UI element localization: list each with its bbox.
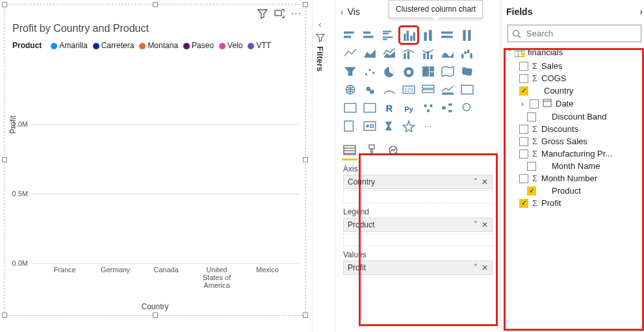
viz-type-clustered-bar[interactable] [381,27,398,43]
remove-icon[interactable]: ✕ [482,263,488,272]
viz-type-treemap[interactable] [420,64,437,79]
viz-type-bar[interactable] [361,27,378,43]
viz-type-arcgis[interactable] [361,118,378,134]
field-checkbox[interactable] [519,62,528,71]
resize-handle[interactable] [2,313,7,318]
table-node[interactable]: ˅ financials [508,47,641,57]
viz-type-azure-map[interactable] [361,82,378,97]
resize-handle[interactable] [153,2,158,7]
field-discount-band[interactable]: Discount Band [508,110,641,123]
search-input[interactable] [525,28,637,39]
viz-type-stacked-bar[interactable] [342,27,359,43]
field-checkbox[interactable] [530,99,539,109]
field-profit[interactable]: ✓ΣProfit [508,197,641,209]
viz-type-card[interactable]: 123 [400,82,417,97]
field-checkbox[interactable] [519,137,528,146]
field-checkbox[interactable] [519,74,528,83]
viz-type-multi-card[interactable] [420,82,437,97]
field-product[interactable]: ✓Product [508,185,641,197]
field-checkbox[interactable] [519,125,528,134]
viz-type-map[interactable] [439,64,456,79]
svg-rect-64 [442,107,446,109]
viz-type-slicer[interactable] [459,82,476,97]
chevron-down-icon[interactable]: ˅ [474,263,478,272]
viz-type-area[interactable] [361,45,378,61]
field-checkbox[interactable]: ✓ [519,199,528,208]
viz-type-shape-map[interactable] [342,82,359,97]
chevron-right-icon[interactable]: › [639,6,643,17]
chevron-down-icon[interactable]: ˅ [474,220,478,229]
resize-handle[interactable] [303,157,308,162]
viz-type-pie[interactable] [381,64,398,79]
viz-type-combo2[interactable] [420,45,437,61]
format-tab[interactable] [365,144,378,158]
chevron-left-icon[interactable]: ‹ [341,6,344,17]
field-gross-sales[interactable]: ΣGross Sales [508,135,641,147]
legend-dropzone[interactable] [343,233,493,246]
resize-handle[interactable] [2,2,7,7]
axis-field-chip[interactable]: Country ˅✕ [343,175,493,189]
viz-type-key-influencers[interactable] [420,100,437,116]
viz-type-100-bar[interactable] [439,27,456,43]
viz-type-powerapps[interactable] [381,118,398,134]
viz-type-kpi[interactable] [439,82,456,97]
viz-type-combo1[interactable] [400,45,417,61]
chevron-down-icon[interactable]: ˅ [474,177,478,186]
viz-type-stacked-column[interactable] [420,27,437,43]
focus-mode-icon[interactable] [274,8,285,21]
legend-field-chip[interactable]: Product ˅✕ [343,218,493,232]
field-checkbox[interactable] [519,149,528,159]
filter-icon[interactable] [257,8,268,21]
viz-type-r[interactable]: R [381,100,398,116]
filters-pane-collapsed[interactable]: ‹ Filters [315,19,325,71]
viz-type-gauge[interactable] [381,82,398,97]
viz-type-more[interactable]: ··· [420,118,437,134]
viz-type-table[interactable] [342,100,359,116]
viz-type-qa[interactable] [459,100,476,116]
values-field-chip[interactable]: Profit ˅✕ [343,261,493,275]
viz-type-clustered-column[interactable] [400,27,417,43]
chart-visual[interactable]: ··· Profit by Country and Product Produc… [4,4,306,316]
fields-search[interactable] [508,25,641,42]
report-canvas[interactable]: ··· Profit by Country and Product Produc… [0,0,312,332]
viz-type-paginated[interactable] [342,118,359,134]
field-checkbox[interactable]: ✓ [519,86,528,96]
field-month-number[interactable]: ΣMonth Number [508,172,641,185]
viz-type-py[interactable]: Py [400,100,417,116]
remove-icon[interactable]: ✕ [482,177,488,186]
remove-icon[interactable]: ✕ [482,220,488,229]
resize-handle[interactable] [303,2,308,7]
chevron-right-icon[interactable]: › [519,99,526,109]
viz-type-line[interactable] [342,45,359,61]
field-manufacturing-pr-[interactable]: ΣManufacturing Pr... [508,147,641,160]
svg-rect-70 [344,121,353,131]
field-checkbox[interactable]: ✓ [527,186,536,196]
resize-handle[interactable] [303,313,308,318]
more-options-icon[interactable]: ··· [291,8,302,21]
viz-type-matrix[interactable] [361,100,378,116]
viz-type-100-col[interactable] [459,27,476,43]
viz-type-donut[interactable] [400,64,417,79]
viz-type-funnel[interactable] [342,64,359,79]
viz-type-ribbon[interactable] [439,45,456,61]
field-cogs[interactable]: ΣCOGS [508,72,641,84]
axis-dropzone[interactable] [343,190,493,203]
viz-type-custom[interactable] [400,118,417,134]
field-sales[interactable]: ΣSales [508,60,641,72]
viz-type-decomposition[interactable] [439,100,456,116]
field-country[interactable]: ✓Country [508,84,641,97]
viz-type-scatter[interactable] [361,64,378,79]
field-month-name[interactable]: Month Name [508,160,641,172]
field-date[interactable]: ›Date [508,97,641,110]
viz-type-stacked-area[interactable] [381,45,398,61]
fields-well-tab[interactable] [343,144,356,158]
viz-type-waterfall[interactable] [459,45,476,61]
field-checkbox[interactable] [519,174,528,183]
field-checkbox[interactable] [527,162,536,171]
resize-handle[interactable] [153,313,158,318]
resize-handle[interactable] [2,157,7,162]
analytics-tab[interactable] [387,144,400,158]
field-checkbox[interactable] [527,112,536,121]
viz-type-filled-map[interactable] [459,64,476,79]
field-discounts[interactable]: ΣDiscounts [508,123,641,135]
